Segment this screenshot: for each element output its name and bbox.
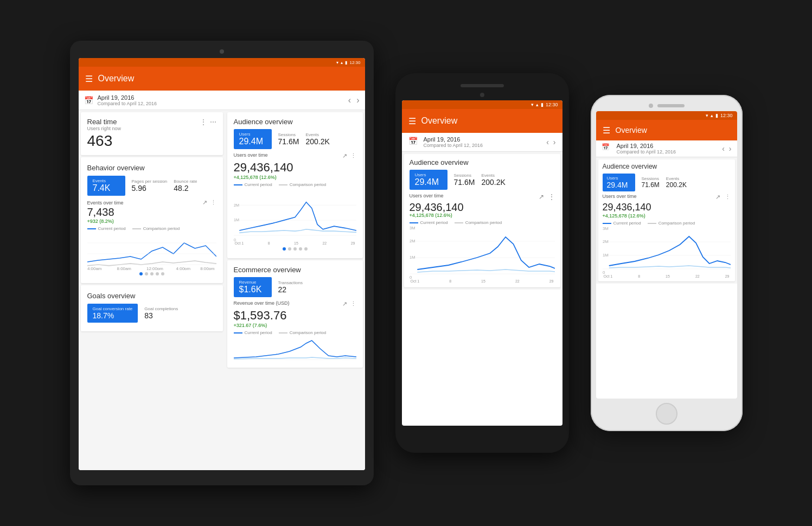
svg-text:0: 0 [410,275,412,279]
behavior-chart: 4:00am 8:00am 12:00pm 4:00pm 8:00pm [87,232,216,270]
ecommerce-chart [234,335,356,362]
iphone-wifi-icon: ▾ [706,113,708,118]
more-icon-3[interactable]: ⋮ [350,152,356,159]
goals-title: Goals overview [87,292,136,300]
x-label-oct1: Oct 1 [235,241,244,245]
more-icon-4[interactable]: ⋮ [350,300,356,307]
phone-share-icon[interactable]: ↗ [539,193,544,201]
iphone-screen: ▾ ▴ ▮ 12:30 ☰ Overview 📅 April 19, 2016 … [596,111,737,399]
iphone-sessions-stat: Sessions 71.6M [642,174,660,191]
x-label-29: 29 [351,241,355,245]
svg-text:1M: 1M [603,253,609,258]
iphone-battery-icon: ▮ [715,113,718,118]
chart-legend: Current period Comparison period [234,182,356,187]
iphone-x-8: 8 [638,274,640,278]
svg-text:0: 0 [603,270,605,274]
iphone-calendar-icon: 📅 [602,143,612,154]
rot-label: Revenue over time (USD) [234,300,290,306]
x-label-15: 15 [294,241,298,245]
iphone-audience-metrics: Users 29.4M Sessions 71.6M Events 200.2K [603,174,731,191]
share-icon-4[interactable]: ↗ [342,300,347,307]
share-icon-2[interactable]: ↗ [202,199,207,206]
realtime-title: Real time [87,118,117,126]
phone-x-29: 29 [549,279,554,283]
phone-x-15: 15 [481,279,485,283]
iphone-next-arrow[interactable]: › [729,144,732,153]
phone-x-22: 22 [515,279,520,283]
iphone-uot-number: 29,436,140 [603,202,731,213]
iphone-users-pill: Users 29.4M [603,174,635,191]
phone-audience-card: Audience overview Users 29.4M Sessions 7… [404,154,560,287]
x-axis-labels: Oct 1 8 15 22 29 [234,241,356,245]
svg-text:0: 0 [234,238,236,241]
realtime-card: Real time ⋮ ⋯ Users right now 463 [81,112,223,155]
behavior-title: Behavior overview [87,164,145,172]
more-icon[interactable]: ⋯ [210,118,216,126]
share-icon[interactable]: ⋮ [200,118,207,126]
iphone-status-bar: ▾ ▴ ▮ 12:30 [596,111,737,120]
iphone-x-22: 22 [695,274,700,278]
phone-status-bar: ▾ ▴ ▮ 12:30 [402,100,562,109]
share-icon-3[interactable]: ↗ [342,152,347,159]
prev-arrow[interactable]: ‹ [348,95,351,105]
uot-header: Users over time ↗ ⋮ [234,152,356,159]
phone-menu-icon[interactable]: ☰ [408,116,416,126]
date-bar: 📅 April 19, 2016 Compared to April 12, 2… [79,91,365,110]
phone-uot-label: Users over time [410,193,444,198]
iphone-main-date: April 19, 2016 [617,143,676,149]
audience-title: Audience overview [234,118,293,126]
eot-value: 7,438 [87,206,216,219]
pages-stat: Pages per session 5.96 [132,176,168,196]
iphone-prev-arrow[interactable]: ‹ [722,144,725,153]
goals-card: Goals overview Goal conversion rate 18.7… [81,285,223,331]
phone-uot-header: Users over time ↗ ⋮ [410,193,555,201]
phone-x-labels: Oct 1 8 15 22 29 [410,279,555,283]
audience-chart: 0 1M 2M [234,187,356,241]
x-label-8: 8 [268,241,270,245]
phone-next-arrow[interactable]: › [553,138,556,146]
phone-wifi-icon: ▾ [531,102,534,107]
iphone-legend-current: Current period [603,221,641,226]
iphone-x-oct1: Oct 1 [604,274,613,278]
users-pill: Users 29.4M [234,129,272,149]
phone-sessions-stat: Sessions 71.6M [454,170,475,190]
realtime-count: 463 [87,132,216,150]
iphone-x-29: 29 [725,274,730,278]
speaker [461,84,504,87]
date-info: April 19, 2016 Compared to April 12, 201… [98,94,157,106]
iphone-home-button[interactable] [656,403,677,425]
phone-prev-arrow[interactable]: ‹ [546,138,549,146]
battery-icon: ▮ [345,60,347,65]
more-icon-2[interactable]: ⋮ [210,199,216,206]
iphone-speaker [657,104,685,107]
svg-text:1M: 1M [234,217,239,222]
phone-legend-comparison: Comparison period [455,220,502,225]
events-stat: Events 200.2K [305,129,329,149]
iphone-x-15: 15 [666,274,670,278]
transactions-stat: Transactions 22 [278,277,303,297]
main-date: April 19, 2016 [98,94,157,101]
legend-comparison-2: Comparison period [279,182,327,187]
eot-change: +932 (8.2%) [87,219,216,224]
iphone-compare-date: Compared to April 12, 2016 [617,149,676,155]
nav-arrows: ‹ › [348,95,360,105]
next-arrow[interactable]: › [356,95,359,105]
bounce-stat: Bounce rate 48.2 [174,176,197,196]
wifi-icon: ▾ [336,60,338,65]
iphone-audience-title: Audience overview [603,163,731,170]
svg-text:4:00am: 4:00am [87,266,102,270]
phone-uot-number: 29,436,140 [410,202,555,213]
phone-more-icon[interactable]: ⋮ [548,193,555,201]
svg-text:2M: 2M [234,202,239,207]
iphone-share-icon[interactable]: ↗ [715,194,720,201]
iphone-audience-card: Audience overview Users 29.4M Sessions 7… [598,159,735,281]
iphone-signal-icon: ▴ [711,113,713,118]
svg-text:3M: 3M [410,226,415,230]
phone-legend-current: Current period [410,220,448,225]
phone-title: Overview [421,116,458,126]
iphone-menu-icon[interactable]: ☰ [603,125,610,136]
phone-battery-icon: ▮ [541,102,544,107]
menu-icon[interactable]: ☰ [85,74,93,84]
iphone-more-icon[interactable]: ⋮ [725,194,731,201]
phone-nav-arrows: ‹ › [546,138,555,146]
